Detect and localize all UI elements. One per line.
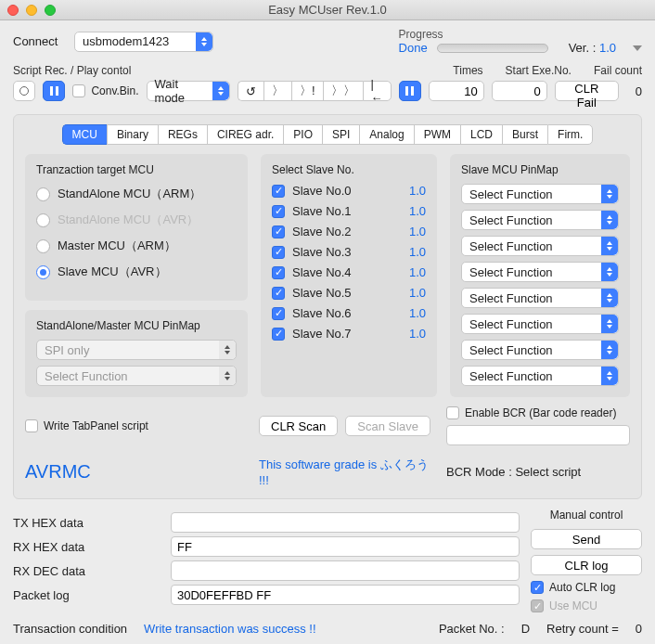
nav-stepstop-button[interactable]: 〉! — [291, 81, 323, 101]
bcr-mode-label: BCR Mode : Select script — [446, 465, 581, 479]
packet-no-label: Packet No. : — [439, 622, 505, 636]
slave-check-2[interactable] — [272, 225, 285, 238]
tab-pio[interactable]: PIO — [283, 124, 322, 145]
write-tabpanel-check[interactable] — [25, 419, 38, 432]
slave-check-1[interactable] — [272, 205, 285, 218]
connect-port-select[interactable]: usbmodem1423 — [74, 32, 213, 52]
script-mode-value: Wait mode — [155, 77, 207, 105]
clr-fail-button[interactable]: CLR Fail — [555, 81, 619, 101]
version-label: Ver. : 1.0 — [569, 41, 616, 55]
radio-slave-avr[interactable]: Slave MCU（AVR） — [36, 264, 237, 280]
slave-func-select-5[interactable]: Select Function — [461, 314, 619, 334]
chevron-updown-icon — [601, 263, 618, 281]
clr-log-button[interactable]: CLR log — [531, 555, 642, 575]
slave-check-3[interactable] — [272, 246, 285, 259]
main-panel: MCU Binary REGs CIREG adr. PIO SPI Analo… — [13, 114, 642, 499]
retry-value: 0 — [636, 622, 642, 636]
slave-func-select-4[interactable]: Select Function — [461, 288, 619, 308]
tab-lcd[interactable]: LCD — [460, 124, 502, 145]
trans-cond-label: Transaction condition — [13, 622, 127, 636]
slave-label: Slave No.5 — [292, 286, 352, 300]
tab-cireg[interactable]: CIREG adr. — [207, 124, 283, 145]
connect-label: Connect — [13, 34, 65, 48]
auto-clr-check[interactable] — [531, 581, 544, 594]
slave-check-6[interactable] — [272, 307, 285, 320]
chevron-updown-icon — [601, 341, 618, 359]
fail-count-value: 0 — [626, 84, 642, 98]
rx-hex-input[interactable] — [171, 536, 520, 557]
chevron-updown-icon — [601, 211, 618, 229]
standalone-pinmap-title: StandAlone/Master MCU PinMap — [36, 319, 237, 332]
enable-bcr-check[interactable] — [446, 406, 459, 419]
pause-icon — [405, 86, 414, 96]
chevron-updown-icon — [219, 367, 236, 385]
slave-func-select-1[interactable]: Select Function — [461, 210, 619, 230]
pinmap-sel1: SPI only — [36, 340, 237, 360]
rx-hex-label: RX HEX data — [13, 540, 171, 554]
clr-scan-button[interactable]: CLR Scan — [259, 416, 338, 436]
tab-firm[interactable]: Firm. — [547, 124, 593, 145]
slave-check-4[interactable] — [272, 266, 285, 279]
slave-func-select-3[interactable]: Select Function — [461, 262, 619, 282]
auto-clr-label: Auto CLR log — [549, 581, 615, 594]
pause2-button[interactable] — [399, 81, 421, 101]
tab-spi[interactable]: SPI — [322, 124, 359, 145]
slave-func-value: Select Function — [469, 343, 553, 357]
tab-mcu[interactable]: MCU — [62, 124, 107, 145]
use-mcu-label: Use MCU — [549, 599, 597, 612]
slave-func-select-2[interactable]: Select Function — [461, 236, 619, 256]
window-title: Easy MCUser Rev.1.0 — [0, 3, 655, 17]
conv-bin-label: Conv.Bin. — [91, 84, 138, 97]
script-nav-group: ↺ 〉 〉! 〉〉 |← — [238, 81, 392, 101]
slave-func-select-0[interactable]: Select Function — [461, 184, 619, 204]
brand-label: AVRMC — [25, 461, 91, 482]
tab-burst[interactable]: Burst — [502, 124, 547, 145]
chevron-updown-icon — [601, 315, 618, 333]
slave-version: 1.0 — [409, 306, 426, 320]
slave-check-5[interactable] — [272, 287, 285, 300]
pinmap-sel2: Select Function — [36, 366, 237, 386]
send-button[interactable]: Send — [531, 529, 642, 549]
slave-label: Slave No.2 — [292, 225, 352, 238]
slave-func-select-7[interactable]: Select Function — [461, 366, 619, 386]
packet-log-label: Packet log — [13, 588, 171, 602]
radio-master-arm[interactable]: Master MCU（ARM） — [36, 238, 237, 254]
slave-pinmap-box: Slave MCU PinMap Select FunctionSelect F… — [450, 154, 630, 397]
pause-button[interactable] — [43, 81, 65, 101]
grade-label: This software grade is ふくろう !!! — [259, 457, 429, 487]
start-input[interactable] — [492, 81, 547, 101]
slave-version: 1.0 — [409, 204, 426, 218]
pause-icon — [50, 86, 58, 96]
packet-log-input[interactable] — [171, 585, 520, 605]
connect-port-value: usbmodem1423 — [83, 34, 169, 48]
progress-status: Done — [399, 41, 428, 55]
record-button[interactable] — [13, 81, 35, 101]
slave-func-value: Select Function — [469, 291, 553, 305]
slave-func-value: Select Function — [469, 187, 553, 201]
slave-func-select-6[interactable]: Select Function — [461, 340, 619, 360]
chevron-updown-icon — [601, 237, 618, 255]
radio-standalone-arm[interactable]: StandAlone MCU（ARM） — [36, 186, 237, 202]
tab-regs[interactable]: REGs — [158, 124, 207, 145]
tab-pwm[interactable]: PWM — [414, 124, 460, 145]
slave-func-value: Select Function — [469, 239, 553, 253]
tab-binary[interactable]: Binary — [107, 124, 158, 145]
conv-bin-check[interactable] — [72, 84, 85, 97]
tab-analog[interactable]: Analog — [359, 124, 413, 145]
nav-step-button[interactable]: 〉 — [263, 81, 291, 101]
script-mode-select[interactable]: Wait mode — [147, 81, 230, 101]
slave-check-7[interactable] — [272, 328, 285, 341]
times-input[interactable] — [429, 81, 484, 101]
rx-dec-input[interactable] — [171, 560, 520, 581]
tab-bar: MCU Binary REGs CIREG adr. PIO SPI Analo… — [25, 124, 630, 145]
manual-title: Manual control — [531, 509, 642, 522]
nav-begin-button[interactable]: |← — [363, 81, 392, 101]
slave-func-value: Select Function — [469, 369, 553, 383]
disclosure-icon[interactable] — [633, 45, 642, 51]
nav-restart-button[interactable]: ↺ — [238, 81, 263, 101]
tx-hex-input[interactable] — [171, 512, 520, 533]
nav-fast-button[interactable]: 〉〉 — [323, 81, 363, 101]
slave-func-value: Select Function — [469, 213, 553, 227]
slave-check-0[interactable] — [272, 185, 285, 198]
bcr-input[interactable] — [446, 425, 630, 445]
